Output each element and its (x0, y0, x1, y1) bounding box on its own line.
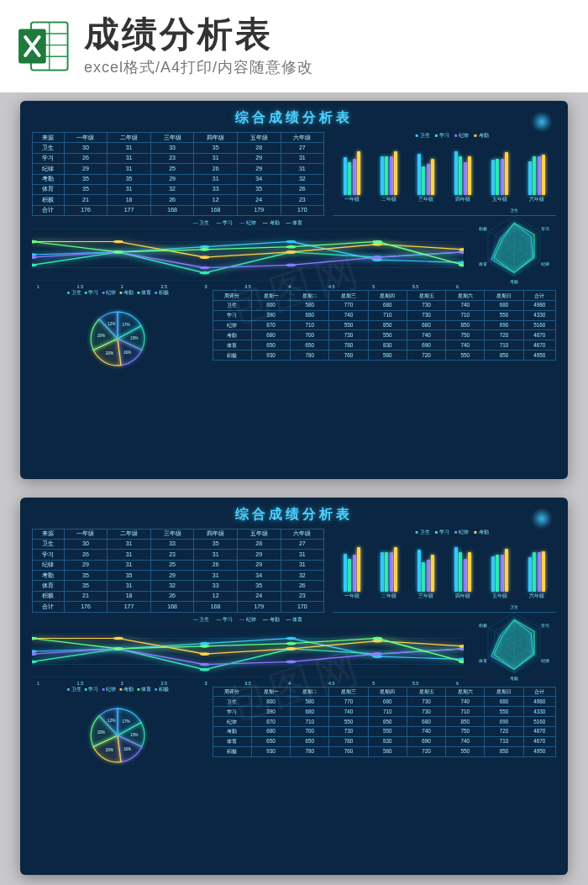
x-tick: 1.5 (77, 284, 84, 289)
cell: 25 (150, 560, 194, 570)
cell: 24 (237, 195, 281, 205)
svg-point-36 (113, 250, 123, 254)
bar (385, 552, 388, 592)
bar-legend: 卫生学习纪律考勤 (348, 529, 556, 536)
bar (431, 555, 434, 592)
pie-slice-label: 16% (123, 350, 131, 355)
col-header: 一年级 (64, 133, 108, 143)
radar-svg: 卫生学习纪律考勤体育积极 (472, 204, 556, 288)
cell: 770 (329, 697, 368, 707)
cell: 740 (329, 707, 368, 717)
svg-point-70 (32, 652, 37, 656)
row-header: 积极 (33, 591, 65, 601)
cell: 740 (446, 340, 485, 350)
table-row: 合计176177168168179170 (33, 205, 324, 215)
cell: 390 (251, 707, 290, 717)
bar-group: 五年级 (484, 145, 516, 203)
legend-item: 体育 (137, 290, 151, 296)
cell: 650 (291, 736, 329, 746)
row-header: 积极 (213, 746, 251, 756)
bar (538, 156, 541, 196)
col-header: 六年级 (281, 529, 324, 539)
cell: 780 (291, 746, 329, 756)
data-table: 周评分星期一星期二星期三星期四星期五星期六星期日合计卫生800580770680… (213, 290, 556, 361)
row-header: 体育 (213, 340, 251, 350)
legend-item: 积极 (155, 290, 169, 296)
cell: 710 (446, 707, 485, 717)
row-header: 考勤 (213, 726, 251, 736)
table-row: 积极9307807605807205508504950 (213, 350, 555, 361)
svg-marker-99 (494, 619, 534, 669)
bar-chart: 卫生学习纪律考勤一年级二年级三年级四年级五年级六年级 (333, 529, 556, 613)
bar-category-label: 四年级 (455, 593, 470, 599)
cell: 830 (368, 340, 407, 350)
cell: 770 (329, 300, 368, 310)
cell: 176 (64, 205, 108, 215)
cell: 35 (108, 174, 151, 184)
cell: 29 (150, 571, 194, 581)
radar-axis-label: 学习 (541, 622, 549, 627)
page-header: 成绩分析表 excel格式/A4打印/内容随意修改 (0, 0, 588, 92)
pie-chart: 卫生学习纪律考勤体育积极17%15%16%20%20%12% (32, 687, 204, 779)
col-header: 五年级 (237, 133, 281, 143)
bar-category-label: 四年级 (455, 197, 470, 203)
x-tick: 5 (372, 681, 375, 686)
row-header: 学习 (213, 707, 251, 717)
pie-slice-label: 17% (123, 323, 130, 327)
cell: 710 (368, 707, 407, 717)
pie-slice-label: 16% (123, 746, 131, 751)
bar (390, 552, 393, 592)
row-header: 纪律 (213, 320, 251, 330)
cell: 740 (329, 310, 368, 320)
bar-chart: 卫生学习纪律考勤一年级二年级三年级四年级五年级六年级 (333, 132, 556, 216)
svg-point-38 (286, 245, 296, 249)
data-table: 来源一年级二年级三年级四年级五年级六年级卫生303133352827学习2631… (32, 132, 324, 216)
legend-item: 卫生 (67, 290, 81, 296)
bar (491, 556, 495, 592)
bar-category-label: 六年级 (529, 593, 544, 599)
cell: 4980 (523, 697, 555, 707)
cell: 720 (485, 726, 523, 736)
table2-wrap: 周评分星期一星期二星期三星期四星期五星期六星期日合计卫生800580770680… (213, 290, 556, 382)
cell: 28 (237, 539, 281, 549)
cell: 31 (108, 164, 151, 174)
bar (542, 155, 545, 195)
cell: 740 (446, 736, 485, 746)
cell: 33 (150, 143, 194, 153)
x-tick: 3.5 (244, 284, 251, 289)
bar-group: 一年级 (336, 145, 368, 203)
cell: 32 (281, 571, 324, 581)
cell: 700 (291, 330, 329, 340)
legend-item: 纪律 (454, 529, 469, 536)
cell: 5160 (523, 320, 555, 330)
table-row: 考勤6807007305507407507204870 (213, 726, 555, 736)
col-header: 星期四 (368, 291, 407, 301)
svg-point-78 (199, 652, 209, 656)
cell: 850 (446, 320, 485, 330)
pie-legend: 卫生学习纪律考勤体育积极 (67, 687, 169, 693)
table2-wrap: 周评分星期一星期二星期三星期四星期五星期六星期日合计卫生800580770680… (213, 687, 556, 779)
legend-item: 学习 (435, 529, 449, 536)
bar-group: 六年级 (521, 145, 553, 203)
bar (496, 555, 499, 592)
x-tick: 2 (121, 284, 123, 289)
bar-category-label: 三年级 (418, 197, 433, 203)
cell: 18 (108, 591, 151, 601)
bar (468, 156, 471, 196)
table-row: 卫生8005807706807307406804980 (213, 697, 555, 707)
row-header: 学习 (213, 310, 251, 320)
table1-wrap: 来源一年级二年级三年级四年级五年级六年级卫生303133352827学习2631… (32, 132, 324, 216)
legend-item: 卫生 (415, 529, 429, 536)
col-header: 来源 (33, 529, 65, 539)
svg-point-39 (372, 240, 382, 244)
col-header: 一年级 (64, 529, 108, 539)
legend-item: 考勤 (263, 220, 280, 225)
cell: 650 (291, 340, 329, 350)
bar (468, 552, 471, 592)
cell: 780 (329, 736, 368, 746)
x-tick: 3 (205, 681, 207, 686)
cell: 680 (407, 320, 445, 330)
x-tick: 5.5 (412, 284, 419, 289)
table-row: 卫生8005807706807307406804980 (213, 300, 555, 310)
cell: 31 (194, 571, 238, 581)
